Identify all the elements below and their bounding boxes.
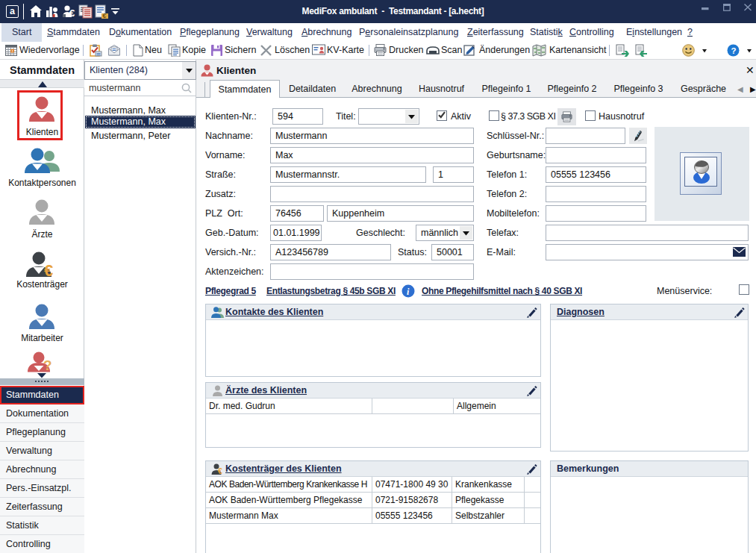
svg-text:?: ? bbox=[731, 46, 736, 55]
svg-text:€: € bbox=[44, 261, 53, 278]
svg-text:?: ? bbox=[43, 357, 52, 372]
svg-text:€: € bbox=[218, 466, 222, 475]
